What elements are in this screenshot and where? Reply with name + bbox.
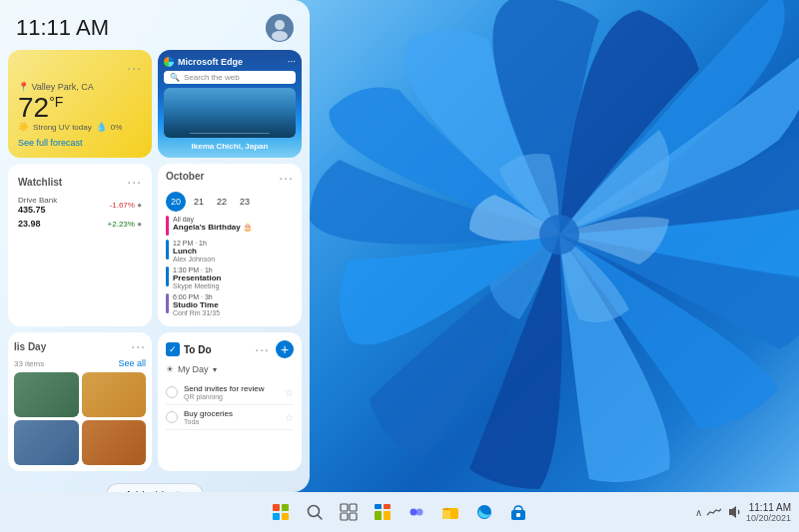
taskbar-date-display: 10/20/2021 (746, 513, 791, 523)
todo-star-0[interactable]: ☆ (285, 387, 294, 398)
interests-widget[interactable]: Iis Day ··· 33 items See all (8, 332, 152, 471)
chat-icon (407, 503, 425, 521)
search-button[interactable] (299, 496, 331, 528)
task-view-button[interactable] (333, 496, 365, 528)
weather-forecast-link[interactable]: See full forecast (18, 138, 142, 148)
start-button[interactable] (265, 496, 297, 528)
panel-header: 11:11 AM (0, 0, 310, 50)
svg-line-5 (319, 516, 323, 520)
rain-icon: 💧 (96, 122, 107, 132)
todo-checkbox-0[interactable] (166, 386, 178, 398)
cal-event-1: 12 PM · 1h Lunch Alex Johnson (166, 240, 294, 263)
svg-rect-20 (516, 513, 520, 517)
svg-point-2 (275, 20, 285, 30)
interest-item-3[interactable] (14, 420, 79, 465)
interests-menu-dots[interactable]: ··· (131, 338, 146, 354)
svg-point-14 (410, 509, 417, 516)
todo-title: To Do (184, 344, 212, 355)
weather-location: 📍 Valley Park, CA (18, 82, 142, 92)
panel-time: 11:11 AM (16, 15, 109, 41)
task-view-icon (340, 503, 358, 521)
browser-widget[interactable]: Microsoft Edge ··· 🔍 Search the web Ikem… (158, 50, 302, 158)
cal-day-22[interactable]: 22 (212, 192, 232, 212)
windows-logo-icon (273, 504, 289, 520)
todo-widget[interactable]: ✓ To Do ··· + ☀ My Day ▾ Send invites fo… (158, 332, 302, 471)
watchlist-title: Watchlist (18, 177, 62, 188)
taskbar: ∧ 11:11 AM 10/20/2021 (0, 492, 799, 532)
browser-name: Microsoft Edge (178, 57, 243, 67)
taskbar-clock[interactable]: 11:11 AM 10/20/2021 (746, 502, 791, 523)
todo-task-text-0: Send invites for review (184, 384, 279, 393)
browser-search-placeholder: Search the web (184, 73, 290, 82)
interests-header: Iis Day ··· (14, 338, 146, 354)
panel-avatar[interactable] (266, 14, 294, 42)
todo-checkbox-1[interactable] (166, 411, 178, 423)
weather-menu-dots[interactable]: ··· (127, 60, 142, 76)
taskbar-time-display: 11:11 AM (746, 502, 791, 513)
cal-day-21[interactable]: 21 (189, 192, 209, 212)
cal-day-20[interactable]: 20 (166, 192, 186, 212)
chevron-down-icon[interactable]: ▾ (213, 365, 217, 374)
browser-location-text: Ikema Chichi, Japan (164, 142, 296, 151)
network-icon (706, 505, 722, 519)
stock-change-0: -1.67% ● (110, 201, 142, 210)
interests-count: 33 items (14, 359, 44, 368)
todo-star-1[interactable]: ☆ (285, 412, 294, 423)
chat-button[interactable] (400, 496, 432, 528)
search-icon: 🔍 (170, 73, 180, 82)
widgets-icon (374, 503, 392, 521)
interests-image-grid (14, 372, 146, 465)
store-button[interactable] (502, 496, 534, 528)
bloom-decoration (300, 0, 799, 492)
interests-see-all[interactable]: See all (118, 358, 146, 368)
volume-icon (726, 505, 742, 519)
weather-uv-info: ☀️ Strong UV today 💧 0% (18, 122, 142, 132)
cal-day-23[interactable]: 23 (235, 192, 255, 212)
sun-icon: ☀️ (18, 122, 29, 132)
svg-rect-7 (350, 504, 357, 511)
todo-item-0[interactable]: Send invites for review QR planning ☆ (166, 380, 294, 405)
todo-task-sub-1: Toda (184, 418, 279, 425)
watchlist-widget[interactable]: Watchlist ··· Drive Bank 435.75 -1.67% ●… (8, 164, 152, 326)
calendar-month: October (166, 171, 204, 182)
svg-rect-8 (341, 513, 348, 520)
location-pin-icon: 📍 (18, 82, 29, 92)
edge-logo-icon (164, 57, 174, 67)
store-icon (509, 503, 527, 521)
file-explorer-icon (441, 503, 459, 521)
search-taskbar-icon (306, 503, 324, 521)
watchlist-menu-dots[interactable]: ··· (127, 174, 142, 190)
event-bar-allday (166, 216, 169, 236)
sun-small-icon: ☀ (166, 364, 174, 374)
event-bar-studio (166, 293, 169, 313)
stock-value-1: 23.98 (18, 219, 41, 229)
interest-item-2[interactable] (82, 372, 147, 417)
svg-rect-17 (442, 510, 450, 519)
svg-rect-10 (375, 504, 382, 509)
cal-event-0: All day Angela's Birthday 🎂 (166, 216, 294, 236)
todo-header: ✓ To Do ··· + (166, 340, 294, 358)
todo-my-day: ☀ My Day ▾ (166, 364, 294, 374)
interest-item-4[interactable] (82, 420, 147, 465)
interests-title: Iis Day (14, 341, 46, 352)
todo-menu-dots[interactable]: ··· (255, 341, 270, 357)
stock-item-1: 23.98 +2.23% ● (18, 219, 142, 229)
todo-add-button[interactable]: + (276, 340, 294, 358)
add-widgets-button[interactable]: Add widgets (106, 483, 204, 492)
taskbar-chevron-up[interactable]: ∧ (695, 507, 702, 518)
todo-icon: ✓ (166, 342, 180, 356)
todo-item-1[interactable]: Buy groceries Toda ☆ (166, 405, 294, 430)
interest-item-1[interactable] (14, 372, 79, 417)
add-widgets-row: Add widgets (0, 477, 310, 492)
calendar-widget[interactable]: October ··· 20 21 22 23 All day Angela's… (158, 164, 302, 326)
weather-widget[interactable]: ··· 📍 Valley Park, CA 72°F ☀️ Strong UV … (8, 50, 152, 158)
svg-rect-9 (350, 513, 357, 520)
browser-search-bar[interactable]: 🔍 Search the web (164, 71, 296, 84)
widgets-grid: ··· 📍 Valley Park, CA 72°F ☀️ Strong UV … (0, 50, 310, 477)
edge-button[interactable] (468, 496, 500, 528)
browser-menu-dots[interactable]: ··· (288, 56, 296, 67)
calendar-menu-dots[interactable]: ··· (279, 170, 294, 186)
widgets-button[interactable] (367, 496, 399, 528)
file-explorer-button[interactable] (434, 496, 466, 528)
svg-point-3 (272, 31, 288, 41)
